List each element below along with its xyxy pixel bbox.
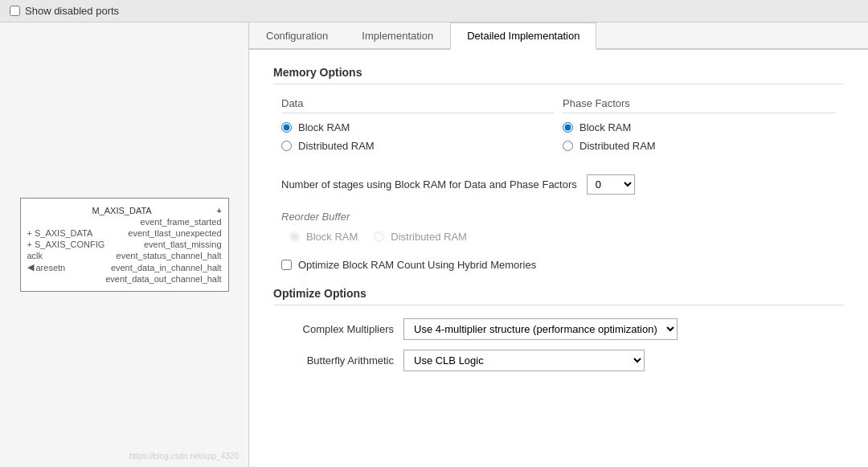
- watermark: https://blog.csdn.net/xpp_4320: [129, 452, 239, 461]
- reorder-distributed-ram-option[interactable]: Distributed RAM: [374, 231, 467, 243]
- data-block-ram-label[interactable]: Block RAM: [298, 121, 350, 133]
- data-block-ram-radio[interactable]: [281, 122, 292, 133]
- s-axis-config-left: + S_AXIS_CONFIG: [27, 240, 105, 249]
- port-row-event-frame-started: event_frame_started: [27, 216, 222, 227]
- stages-label: Number of stages using Block RAM for Dat…: [281, 178, 577, 190]
- s-axis-config-port: + S_AXIS_CONFIG: [27, 240, 105, 249]
- left-panel: M_AXIS_DATA + event_frame_started + S_AX…: [0, 23, 249, 467]
- port-row-event-data-out: event_data_out_channel_halt: [27, 273, 222, 285]
- reorder-block-ram-option[interactable]: Block RAM: [289, 231, 358, 243]
- aclk-left: aclk: [27, 251, 43, 260]
- phase-distributed-ram-label[interactable]: Distributed RAM: [579, 140, 656, 152]
- phase-factors-group-title: Phase Factors: [563, 97, 836, 113]
- port-row-aresetn: ◀ aresetn event_data_in_channel_halt: [27, 261, 222, 273]
- reorder-block-ram-radio[interactable]: [289, 231, 300, 242]
- show-disabled-ports-text: Show disabled ports: [25, 5, 119, 17]
- phase-distributed-ram-radio[interactable]: [563, 141, 573, 151]
- reorder-distributed-ram-radio[interactable]: [374, 231, 384, 242]
- aresetn-arrow: ◀: [27, 262, 34, 272]
- butterfly-arithmetic-label: Butterfly Arithmetic: [281, 354, 394, 367]
- data-group: Data Block RAM Distributed RAM: [281, 97, 555, 158]
- phase-block-ram-option[interactable]: Block RAM: [563, 121, 836, 133]
- event-frame-started-port: event_frame_started: [141, 217, 222, 227]
- phase-factors-group: Phase Factors Block RAM Distributed RAM: [563, 97, 836, 158]
- butterfly-arithmetic-row: Butterfly Arithmetic Use CLB Logic Use D…: [273, 350, 844, 371]
- reorder-buffer-wrapper: Reorder Buffer Block RAM Distributed RAM: [273, 211, 844, 249]
- m-axis-data-port: M_AXIS_DATA: [92, 206, 151, 215]
- phase-block-ram-radio[interactable]: [563, 122, 573, 133]
- component-diagram: M_AXIS_DATA + event_frame_started + S_AX…: [20, 198, 229, 292]
- aresetn-port: aresetn: [36, 263, 66, 272]
- event-data-out-halt: event_data_out_channel_halt: [105, 274, 221, 284]
- right-panel: Configuration Implementation Detailed Im…: [249, 23, 868, 467]
- data-block-ram-option[interactable]: Block RAM: [281, 121, 555, 133]
- data-distributed-ram-radio[interactable]: [281, 141, 292, 151]
- s-axis-data-port: + S_AXIS_DATA: [27, 228, 93, 238]
- show-disabled-ports-checkbox[interactable]: [10, 6, 20, 16]
- optimize-options-title: Optimize Options: [273, 287, 844, 305]
- m-axis-data-connector: +: [217, 207, 222, 215]
- data-distributed-ram-label[interactable]: Distributed RAM: [298, 140, 375, 152]
- panel-content: Memory Options Data Block RAM Distribute…: [249, 50, 868, 467]
- tab-configuration[interactable]: Configuration: [249, 23, 345, 48]
- memory-options-title: Memory Options: [273, 66, 844, 84]
- optimize-block-ram-row[interactable]: Optimize Block RAM Count Using Hybrid Me…: [273, 259, 844, 271]
- memory-options-grid: Data Block RAM Distributed RAM Phase Fac…: [273, 97, 844, 158]
- reorder-distributed-ram-label: Distributed RAM: [391, 231, 467, 243]
- port-row-s-axis-data: + S_AXIS_DATA event_tlast_unexpected: [27, 227, 222, 239]
- show-disabled-ports-label[interactable]: Show disabled ports: [10, 5, 119, 17]
- aclk-port: aclk: [27, 251, 43, 260]
- port-row-aclk: aclk event_status_channel_halt: [27, 250, 222, 261]
- optimize-options-section: Optimize Options Complex Multipliers Use…: [273, 287, 844, 371]
- complex-multipliers-label: Complex Multipliers: [281, 323, 394, 335]
- port-row-s-axis-config: + S_AXIS_CONFIG event_tlast_missing: [27, 239, 222, 250]
- component-inner: M_AXIS_DATA + event_frame_started + S_AX…: [27, 205, 222, 285]
- stages-select[interactable]: 0 1 2: [587, 174, 635, 195]
- event-tlast-missing: event_tlast_missing: [144, 240, 222, 249]
- phase-block-ram-label[interactable]: Block RAM: [579, 121, 631, 133]
- tab-detailed-implementation[interactable]: Detailed Implementation: [450, 23, 596, 50]
- aresetn-left: ◀ aresetn: [27, 262, 66, 272]
- port-row-m-axis-data: M_AXIS_DATA +: [27, 205, 222, 216]
- data-distributed-ram-option[interactable]: Distributed RAM: [281, 140, 555, 152]
- optimize-block-ram-checkbox[interactable]: [281, 260, 292, 270]
- butterfly-arithmetic-select[interactable]: Use CLB Logic Use DSPs: [403, 350, 645, 371]
- phase-distributed-ram-option[interactable]: Distributed RAM: [563, 140, 836, 152]
- event-tlast-unexpected: event_tlast_unexpected: [128, 228, 221, 238]
- top-bar: Show disabled ports: [0, 0, 868, 23]
- complex-multipliers-row: Complex Multipliers Use 4-multiplier str…: [273, 318, 844, 340]
- reorder-block-ram-label: Block RAM: [306, 231, 358, 243]
- s-axis-data-left: + S_AXIS_DATA: [27, 228, 93, 238]
- main-content: M_AXIS_DATA + event_frame_started + S_AX…: [0, 23, 868, 467]
- tab-implementation[interactable]: Implementation: [345, 23, 450, 48]
- event-status-halt: event_status_channel_halt: [117, 251, 222, 260]
- reorder-buffer-group: Block RAM Distributed RAM: [273, 231, 844, 249]
- data-group-title: Data: [281, 97, 555, 113]
- reorder-buffer-title: Reorder Buffer: [273, 211, 844, 223]
- optimize-block-ram-label[interactable]: Optimize Block RAM Count Using Hybrid Me…: [298, 259, 536, 271]
- stages-row: Number of stages using Block RAM for Dat…: [273, 174, 844, 195]
- tabs-bar: Configuration Implementation Detailed Im…: [249, 23, 868, 50]
- event-data-in-halt: event_data_in_channel_halt: [111, 263, 222, 272]
- complex-multipliers-select[interactable]: Use 4-multiplier structure (performance …: [403, 318, 678, 340]
